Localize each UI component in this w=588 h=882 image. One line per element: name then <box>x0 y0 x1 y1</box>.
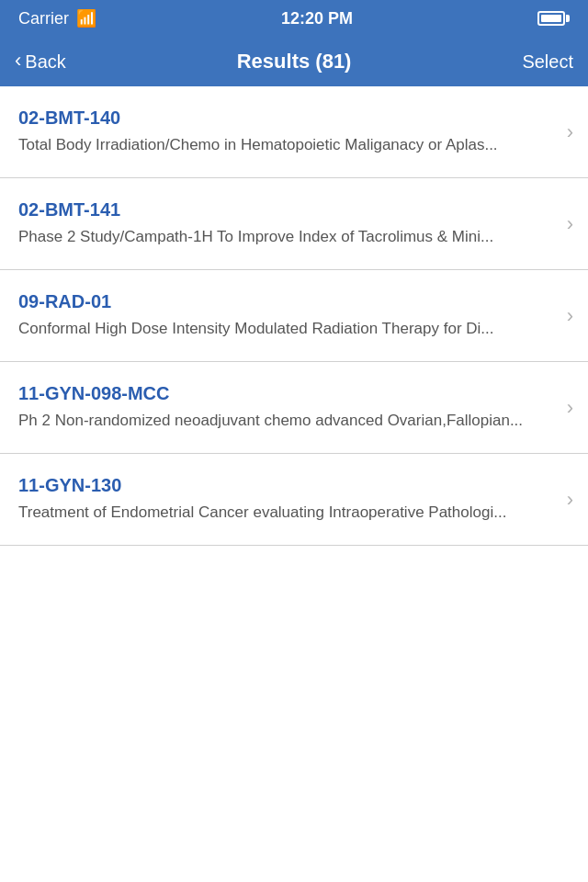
results-list: 02-BMT-140 Total Body Irradiation/Chemo … <box>0 86 588 546</box>
list-item[interactable]: 11-GYN-130 Treatment of Endometrial Canc… <box>0 454 588 546</box>
status-time: 12:20 PM <box>281 9 353 28</box>
list-item-chevron-icon: › <box>567 212 573 236</box>
list-item[interactable]: 11-GYN-098-MCC Ph 2 Non-randomized neoad… <box>0 362 588 454</box>
list-item-content: 11-GYN-130 Treatment of Endometrial Canc… <box>18 475 567 524</box>
list-item[interactable]: 09-RAD-01 Conformal High Dose Intensity … <box>0 270 588 362</box>
list-item-title: 11-GYN-130 <box>18 475 556 496</box>
list-item-title: 09-RAD-01 <box>18 291 556 312</box>
list-item-chevron-icon: › <box>567 396 573 420</box>
status-bar-left: Carrier 📶 <box>18 8 96 28</box>
list-item-content: 11-GYN-098-MCC Ph 2 Non-randomized neoad… <box>18 383 567 432</box>
list-item-subtitle: Phase 2 Study/Campath-1H To Improve Inde… <box>18 226 556 248</box>
status-bar-right <box>537 11 570 26</box>
carrier-label: Carrier <box>18 9 69 28</box>
list-item-content: 02-BMT-141 Phase 2 Study/Campath-1H To I… <box>18 199 567 248</box>
list-item-chevron-icon: › <box>567 304 573 328</box>
back-label: Back <box>25 51 65 73</box>
list-item-title: 11-GYN-098-MCC <box>18 383 556 404</box>
select-button[interactable]: Select <box>522 51 573 73</box>
status-bar: Carrier 📶 12:20 PM <box>0 0 588 37</box>
list-item-title: 02-BMT-141 <box>18 199 556 220</box>
list-item-content: 02-BMT-140 Total Body Irradiation/Chemo … <box>18 107 567 156</box>
list-item-chevron-icon: › <box>567 120 573 144</box>
back-chevron-icon: ‹ <box>15 49 21 73</box>
nav-bar: ‹ Back Results (81) Select <box>0 37 588 86</box>
battery-icon <box>537 11 570 26</box>
wifi-icon: 📶 <box>76 8 96 28</box>
nav-title: Results (81) <box>237 50 352 74</box>
list-item[interactable]: 02-BMT-140 Total Body Irradiation/Chemo … <box>0 86 588 178</box>
list-item-subtitle: Conformal High Dose Intensity Modulated … <box>18 318 556 340</box>
list-item-content: 09-RAD-01 Conformal High Dose Intensity … <box>18 291 567 340</box>
list-item-title: 02-BMT-140 <box>18 107 556 129</box>
back-button[interactable]: ‹ Back <box>15 51 66 73</box>
list-item-subtitle: Ph 2 Non-randomized neoadjuvant chemo ad… <box>18 410 556 432</box>
list-item-subtitle: Total Body Irradiation/Chemo in Hematopo… <box>18 134 556 156</box>
list-item-chevron-icon: › <box>567 488 573 512</box>
list-item[interactable]: 02-BMT-141 Phase 2 Study/Campath-1H To I… <box>0 178 588 270</box>
list-item-subtitle: Treatment of Endometrial Cancer evaluati… <box>18 502 556 524</box>
